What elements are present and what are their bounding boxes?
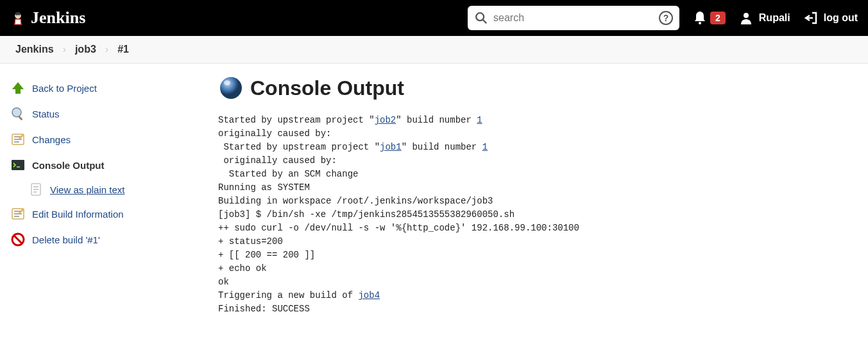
sidebar-item-label: View as plain text [50,184,124,195]
search-box[interactable]: ? [468,6,679,30]
svg-rect-11 [18,116,23,121]
status-ball-icon [218,75,244,101]
svg-rect-16 [12,160,24,170]
main-panel: Console Output Started by upstream proje… [205,64,868,327]
search-icon [474,11,488,25]
svg-point-10 [12,108,21,117]
chevron-right-icon: › [105,44,108,55]
sidebar-item-label: Changes [32,134,71,145]
sidebar-changes[interactable]: Changes [8,126,198,152]
svg-point-7 [699,22,701,24]
magnify-icon [10,106,26,121]
notepad-icon [10,132,26,147]
svg-point-8 [744,13,749,18]
header-actions: 2 Rupali log out [692,10,858,26]
search-input[interactable] [488,12,659,24]
link-build-1[interactable]: 1 [477,115,482,125]
header-bar: Jenkins ? 2 Rupali log out [0,0,868,36]
logo-section[interactable]: Jenkins [10,8,85,28]
sidebar: Back to Project Status Changes Console O… [0,64,205,327]
brand-text: Jenkins [31,8,85,28]
link-build-1b[interactable]: 1 [482,142,488,152]
sidebar-back-to-project[interactable]: Back to Project [8,75,198,101]
notifications-button[interactable]: 2 [692,10,726,26]
sidebar-edit-build-info[interactable]: Edit Build Information [8,201,198,227]
jenkins-icon [10,10,26,26]
page-title-text: Console Output [250,76,404,100]
link-job4[interactable]: job4 [358,290,380,300]
delete-icon [10,232,26,247]
help-icon[interactable]: ? [659,11,673,25]
svg-point-4 [19,15,19,15]
breadcrumb-jenkins[interactable]: Jenkins [15,44,54,55]
username-text: Rupali [759,12,790,24]
logout-text: log out [824,12,858,24]
notification-count: 2 [710,12,726,24]
sidebar-delete-build[interactable]: Delete build '#1' [8,227,198,252]
sidebar-item-label: Delete build '#1' [32,234,100,245]
svg-point-29 [224,80,230,85]
user-icon [738,10,754,26]
chevron-right-icon: › [63,44,66,55]
breadcrumb-job[interactable]: job3 [75,44,96,55]
user-link[interactable]: Rupali [738,10,790,26]
logout-button[interactable]: log out [803,10,858,26]
page-title: Console Output [218,75,855,101]
svg-point-3 [16,15,17,15]
logout-icon [803,10,819,26]
bell-icon [692,10,708,26]
sidebar-item-label: Status [32,109,60,119]
sidebar-console-output[interactable]: Console Output [8,152,198,178]
sidebar-item-label: Back to Project [32,83,97,94]
svg-rect-2 [15,14,21,15]
console-output: Started by upstream project "job2" build… [218,114,855,316]
link-job2[interactable]: job2 [375,115,396,125]
sidebar-view-plain-text[interactable]: View as plain text [8,178,198,201]
content: Back to Project Status Changes Console O… [0,64,868,327]
breadcrumb: Jenkins › job3 › #1 [0,36,868,64]
sidebar-status[interactable]: Status [8,101,198,126]
breadcrumb-build[interactable]: #1 [117,44,129,55]
svg-point-5 [476,13,484,21]
sidebar-item-label: Edit Build Information [32,209,124,220]
document-icon [28,182,44,197]
svg-point-28 [220,77,242,99]
up-arrow-icon [10,80,26,96]
link-job1[interactable]: job1 [380,142,402,152]
notepad-icon [10,206,26,222]
svg-line-6 [483,20,487,24]
sidebar-item-label: Console Output [32,160,105,171]
terminal-icon [10,157,26,173]
